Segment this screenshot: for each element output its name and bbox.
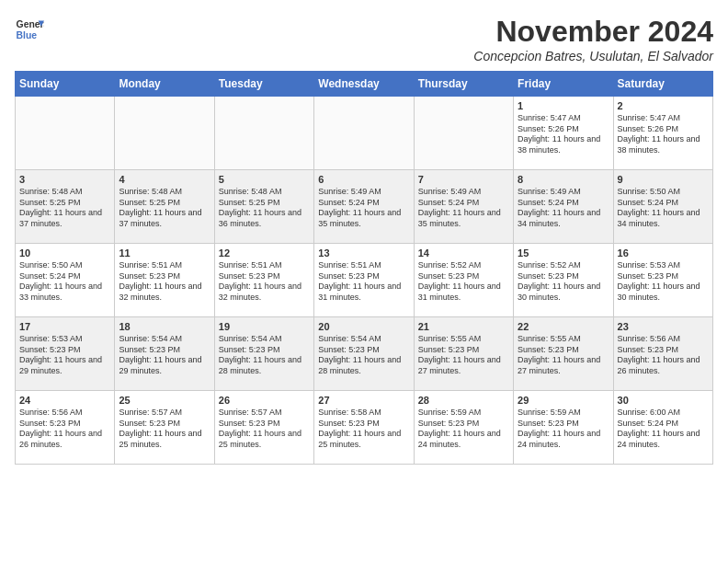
day-info-line: Sunrise: 5:55 AM xyxy=(418,334,509,345)
day-info-line: Daylight: 11 hours and 31 minutes. xyxy=(418,282,509,303)
day-info-line: Sunrise: 5:59 AM xyxy=(418,408,509,419)
day-info-line: Daylight: 11 hours and 28 minutes. xyxy=(318,355,409,376)
day-info-line: Sunrise: 5:52 AM xyxy=(518,260,609,271)
day-cell: 7Sunrise: 5:49 AMSunset: 5:24 PMDaylight… xyxy=(414,170,513,244)
day-cell: 24Sunrise: 5:56 AMSunset: 5:23 PMDayligh… xyxy=(16,391,115,465)
day-cell: 23Sunrise: 5:56 AMSunset: 5:23 PMDayligh… xyxy=(613,317,712,391)
week-row-3: 10Sunrise: 5:50 AMSunset: 5:24 PMDayligh… xyxy=(16,244,713,317)
day-cell xyxy=(16,97,115,170)
day-info-line: Sunset: 5:24 PM xyxy=(618,419,709,430)
day-info-line: Daylight: 11 hours and 26 minutes. xyxy=(618,355,709,376)
logo: General Blue xyxy=(15,15,44,44)
day-info-line: Sunset: 5:23 PM xyxy=(318,271,409,282)
col-saturday: Saturday xyxy=(613,72,712,97)
day-cell: 10Sunrise: 5:50 AMSunset: 5:24 PMDayligh… xyxy=(16,244,115,317)
day-info-line: Sunset: 5:25 PM xyxy=(19,198,110,209)
day-number: 9 xyxy=(618,174,709,185)
day-info-line: Sunrise: 5:55 AM xyxy=(518,334,609,345)
day-info-line: Daylight: 11 hours and 30 minutes. xyxy=(518,282,609,303)
day-cell: 6Sunrise: 5:49 AMSunset: 5:24 PMDaylight… xyxy=(314,170,414,244)
day-info-line: Sunset: 5:23 PM xyxy=(318,419,409,430)
day-info-line: Sunset: 5:23 PM xyxy=(418,419,509,430)
day-info-line: Sunset: 5:24 PM xyxy=(618,198,709,209)
day-info-line: Sunset: 5:23 PM xyxy=(518,271,609,282)
day-cell: 27Sunrise: 5:58 AMSunset: 5:23 PMDayligh… xyxy=(314,391,414,465)
day-info-line: Sunset: 5:23 PM xyxy=(418,345,509,356)
day-info-line: Sunset: 5:23 PM xyxy=(119,271,210,282)
day-info-line: Sunrise: 5:50 AM xyxy=(618,187,709,198)
day-info-line: Sunrise: 5:53 AM xyxy=(618,260,709,271)
day-number: 25 xyxy=(119,395,210,406)
day-info-line: Sunrise: 5:53 AM xyxy=(19,334,110,345)
day-info-line: Sunrise: 5:49 AM xyxy=(318,187,409,198)
day-info-line: Sunrise: 5:48 AM xyxy=(219,187,310,198)
day-number: 28 xyxy=(418,395,509,406)
day-info-line: Sunset: 5:24 PM xyxy=(418,198,509,209)
day-cell: 14Sunrise: 5:52 AMSunset: 5:23 PMDayligh… xyxy=(414,244,513,317)
day-info-line: Sunset: 5:23 PM xyxy=(219,271,310,282)
day-info-line: Sunrise: 5:48 AM xyxy=(119,187,210,198)
day-number: 1 xyxy=(518,100,609,111)
day-info-line: Sunrise: 5:56 AM xyxy=(618,334,709,345)
day-number: 20 xyxy=(318,321,409,332)
col-monday: Monday xyxy=(115,72,214,97)
day-info-line: Sunrise: 5:52 AM xyxy=(418,260,509,271)
day-number: 3 xyxy=(19,174,110,185)
day-number: 2 xyxy=(618,100,709,111)
day-info-line: Daylight: 11 hours and 34 minutes. xyxy=(618,208,709,229)
day-number: 10 xyxy=(19,247,110,259)
day-cell: 21Sunrise: 5:55 AMSunset: 5:23 PMDayligh… xyxy=(414,317,513,391)
col-wednesday: Wednesday xyxy=(314,72,414,97)
day-cell: 18Sunrise: 5:54 AMSunset: 5:23 PMDayligh… xyxy=(115,317,214,391)
week-row-2: 3Sunrise: 5:48 AMSunset: 5:25 PMDaylight… xyxy=(16,170,713,244)
day-info-line: Sunset: 5:23 PM xyxy=(19,345,110,356)
day-cell: 16Sunrise: 5:53 AMSunset: 5:23 PMDayligh… xyxy=(613,244,712,317)
day-info-line: Daylight: 11 hours and 37 minutes. xyxy=(119,208,210,229)
day-info-line: Daylight: 11 hours and 29 minutes. xyxy=(119,355,210,376)
day-cell: 5Sunrise: 5:48 AMSunset: 5:25 PMDaylight… xyxy=(214,170,313,244)
day-info-line: Sunrise: 5:47 AM xyxy=(518,113,609,124)
day-info-line: Daylight: 11 hours and 37 minutes. xyxy=(19,208,110,229)
day-info-line: Daylight: 11 hours and 25 minutes. xyxy=(318,429,409,450)
day-cell: 19Sunrise: 5:54 AMSunset: 5:23 PMDayligh… xyxy=(214,317,313,391)
day-info-line: Daylight: 11 hours and 32 minutes. xyxy=(119,282,210,303)
day-number: 5 xyxy=(219,174,310,185)
day-cell xyxy=(414,97,513,170)
day-info-line: Daylight: 11 hours and 32 minutes. xyxy=(219,282,310,303)
day-cell: 12Sunrise: 5:51 AMSunset: 5:23 PMDayligh… xyxy=(214,244,313,317)
day-number: 26 xyxy=(219,395,310,406)
day-number: 12 xyxy=(219,247,310,259)
day-info-line: Sunrise: 5:56 AM xyxy=(19,408,110,419)
day-number: 23 xyxy=(618,321,709,332)
day-info-line: Daylight: 11 hours and 24 minutes. xyxy=(618,429,709,450)
day-info-line: Daylight: 11 hours and 29 minutes. xyxy=(19,355,110,376)
generalblue-logo-icon: General Blue xyxy=(15,15,44,44)
day-info-line: Sunrise: 5:57 AM xyxy=(119,408,210,419)
day-info-line: Sunset: 5:23 PM xyxy=(219,345,310,356)
day-number: 18 xyxy=(119,321,210,332)
month-year: November 2024 xyxy=(473,15,713,49)
day-info-line: Sunset: 5:23 PM xyxy=(219,419,310,430)
day-cell: 25Sunrise: 5:57 AMSunset: 5:23 PMDayligh… xyxy=(115,391,214,465)
title-area: November 2024 Concepcion Batres, Usuluta… xyxy=(473,15,713,63)
svg-text:Blue: Blue xyxy=(17,30,38,40)
week-row-1: 1Sunrise: 5:47 AMSunset: 5:26 PMDaylight… xyxy=(16,97,713,170)
day-info-line: Daylight: 11 hours and 25 minutes. xyxy=(119,429,210,450)
day-info-line: Sunset: 5:26 PM xyxy=(518,124,609,135)
day-number: 14 xyxy=(418,247,509,259)
day-number: 4 xyxy=(119,174,210,185)
day-cell: 13Sunrise: 5:51 AMSunset: 5:23 PMDayligh… xyxy=(314,244,414,317)
day-info-line: Sunset: 5:23 PM xyxy=(518,419,609,430)
day-info-line: Sunset: 5:23 PM xyxy=(19,419,110,430)
day-info-line: Sunrise: 5:54 AM xyxy=(219,334,310,345)
day-number: 13 xyxy=(318,247,409,259)
day-info-line: Daylight: 11 hours and 38 minutes. xyxy=(518,134,609,155)
week-row-4: 17Sunrise: 5:53 AMSunset: 5:23 PMDayligh… xyxy=(16,317,713,391)
day-number: 17 xyxy=(19,321,110,332)
calendar-table: Sunday Monday Tuesday Wednesday Thursday… xyxy=(15,71,713,465)
day-number: 19 xyxy=(219,321,310,332)
day-info-line: Sunrise: 5:49 AM xyxy=(518,187,609,198)
day-info-line: Sunset: 5:23 PM xyxy=(618,345,709,356)
day-info-line: Sunrise: 5:50 AM xyxy=(19,260,110,271)
day-number: 27 xyxy=(318,395,409,406)
